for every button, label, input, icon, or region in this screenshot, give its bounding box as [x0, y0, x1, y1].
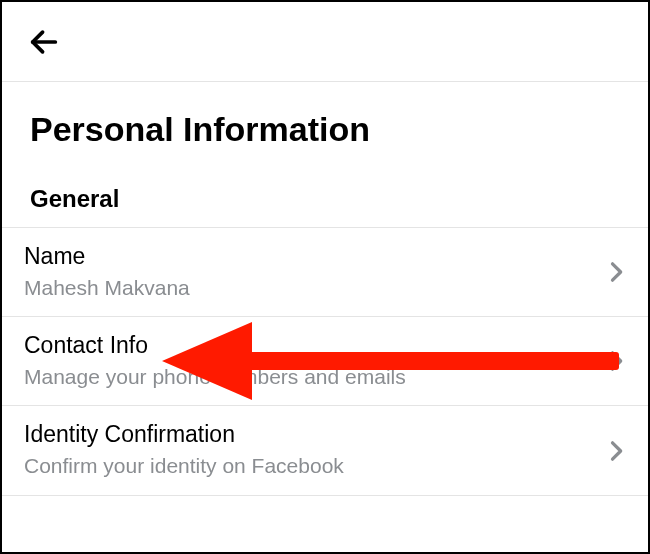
list-item-sub: Mahesh Makvana	[24, 274, 190, 302]
chevron-right-icon	[602, 347, 630, 375]
back-button[interactable]	[24, 22, 64, 62]
list-item-sub: Manage your phone numbers and emails	[24, 363, 406, 391]
chevron-right-icon	[602, 258, 630, 286]
list-item-name[interactable]: Name Mahesh Makvana	[2, 227, 648, 317]
section-label-general: General	[2, 167, 648, 227]
list-item-content: Contact Info Manage your phone numbers a…	[24, 331, 406, 391]
list-item-label: Contact Info	[24, 331, 406, 361]
list-item-identity-confirmation[interactable]: Identity Confirmation Confirm your ident…	[2, 406, 648, 495]
list-item-label: Identity Confirmation	[24, 420, 344, 450]
list-item-content: Identity Confirmation Confirm your ident…	[24, 420, 344, 480]
list-item-sub: Confirm your identity on Facebook	[24, 452, 344, 480]
list-item-content: Name Mahesh Makvana	[24, 242, 190, 302]
back-icon	[27, 25, 61, 59]
chevron-right-icon	[602, 437, 630, 465]
list-item-contact-info[interactable]: Contact Info Manage your phone numbers a…	[2, 317, 648, 406]
list-item-label: Name	[24, 242, 190, 272]
header-bar	[2, 2, 648, 82]
page-title: Personal Information	[2, 82, 648, 167]
